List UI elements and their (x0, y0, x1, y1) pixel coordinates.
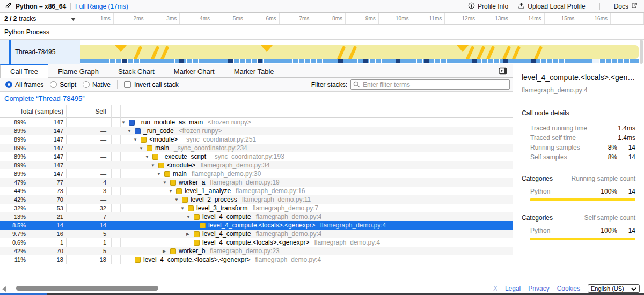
call-tree-row[interactable]: 89%147—▼_execute_script_sync_coordinator… (0, 152, 513, 161)
docs-button[interactable]: Docs (614, 2, 638, 10)
cell-total-samples: 147 (26, 153, 63, 160)
call-tree-row[interactable]: 11%1818level_4_compute.<locals>.<genexpr… (0, 255, 513, 264)
radio-all-frames[interactable]: All frames (5, 81, 43, 88)
track-python-process[interactable]: Python Process (0, 25, 644, 40)
radio-script[interactable]: Script (50, 81, 76, 88)
call-tree-row[interactable]: 42%705▶worker_bflamegraph_demo.py:23 (0, 247, 513, 255)
scroll-left-arrow[interactable] (2, 286, 6, 292)
track-thread[interactable]: Thread-78495 (0, 40, 644, 64)
gc-minor-marker-icon[interactable] (502, 46, 511, 59)
tab-marker-chart[interactable]: Marker Chart (164, 64, 224, 77)
collapse-arrow-icon[interactable]: ▼ (127, 129, 135, 134)
full-range-button[interactable]: Full Range (17ms) (75, 3, 128, 10)
call-tree-rows: 89%147—▼_run_module_as_main<frozen runpy… (0, 118, 513, 264)
call-tree-row[interactable]: 89%147—▼_run_code<frozen runpy> (0, 127, 513, 135)
cell-self-samples: 5 (68, 231, 106, 237)
gc-minor-marker-icon[interactable] (348, 46, 357, 59)
call-tree-row[interactable]: 89%147—▼main_sync_coordinator.py:234 (0, 144, 513, 152)
detail-value: 14 (617, 144, 635, 151)
collapse-arrow-icon[interactable]: ▼ (145, 154, 152, 159)
call-tree-row[interactable]: 13%217▼level_4_computeflamegraph_demo.py… (0, 212, 513, 221)
collapse-arrow-icon[interactable]: ▼ (139, 146, 147, 151)
gc-minor-marker-icon[interactable] (134, 46, 143, 59)
cell-total-samples: 147 (26, 136, 63, 143)
horizontal-scrollbar-thumb[interactable] (16, 286, 158, 291)
gc-minor-marker-icon[interactable] (477, 46, 486, 59)
detail-label: Running samples (522, 144, 599, 151)
call-tree-row[interactable]: 32%5332▼level_3_transformflamegraph_demo… (0, 204, 513, 212)
call-tree-row[interactable]: 89%147—▼mainflamegraph_demo.py:30 (0, 169, 513, 178)
call-tree-row[interactable]: 89%147—▼_run_module_as_main<frozen runpy… (0, 118, 513, 127)
gc-minor-marker-icon[interactable] (151, 46, 160, 59)
thread-sample-strip[interactable] (80, 59, 639, 63)
footer-x-link[interactable]: X (493, 285, 497, 292)
tab-call-tree[interactable]: Call Tree (0, 64, 48, 78)
collapse-arrow-icon[interactable]: ▼ (157, 172, 164, 176)
categories-heading: Categories (522, 175, 553, 182)
collapse-arrow-icon[interactable]: ▼ (133, 137, 141, 142)
sample-dark-segment (531, 59, 536, 63)
gc-minor-marker-icon[interactable] (160, 46, 170, 59)
tracks-dropdown-button[interactable]: 2 / 2 tracks (0, 13, 80, 24)
gc-minor-marker-icon[interactable] (337, 46, 346, 59)
track-vertical-scrollbar[interactable] (640, 40, 643, 64)
collapse-arrow-icon[interactable]: ▼ (180, 206, 188, 211)
call-tree-row[interactable]: 44%733▼level_1_analyzeflamegraph_demo.py… (0, 187, 513, 195)
upload-profile-button[interactable]: Upload Local Profile (518, 2, 585, 11)
footer-link-cookies[interactable]: Cookies (557, 285, 580, 292)
footer-link-privacy[interactable]: Privacy (528, 285, 549, 292)
collapse-arrow-icon[interactable]: ▼ (121, 120, 129, 125)
radio-native[interactable]: Native (83, 81, 111, 88)
detail-percent: 8% (599, 144, 617, 151)
gc-major-marker-icon[interactable] (457, 45, 469, 52)
tab-flame-graph[interactable]: Flame Graph (48, 64, 108, 77)
invert-call-stack-checkbox[interactable]: Invert call stack (124, 81, 179, 88)
edit-profile-name-icon[interactable] (5, 2, 12, 10)
collapse-arrow-icon[interactable]: ▼ (163, 180, 170, 185)
tab-stack-chart[interactable]: Stack Chart (108, 64, 164, 77)
call-tree-row[interactable]: 9.7%165▶level_4_computeflamegraph_demo.p… (0, 230, 513, 238)
cell-function: ▼level_1_analyzeflamegraph_demo.py:16 (121, 187, 305, 195)
call-tree-row[interactable]: 89%147—▼<module>_sync_coordinator.py:251 (0, 135, 513, 144)
expand-arrow-icon[interactable]: ▶ (163, 249, 170, 254)
call-tree-row[interactable]: 47%774▼worker_aflamegraph_demo.py:19 (0, 178, 513, 187)
filter-stacks-input[interactable] (350, 79, 510, 90)
collapse-arrow-icon[interactable]: ▼ (169, 189, 176, 194)
function-name: <module> (149, 136, 178, 143)
cell-function: ▶level_4_computeflamegraph_demo.py:4 (121, 230, 321, 238)
sidebar-toggle-button[interactable] (499, 64, 513, 77)
call-tree-row[interactable]: 89%147—▼<module>flamegraph_demo.py:34 (0, 161, 513, 169)
cell-total-percent: 9.7% (0, 231, 26, 237)
gc-major-marker-icon[interactable] (115, 45, 127, 52)
thread-activity-graph[interactable] (80, 45, 639, 59)
collapse-arrow-icon[interactable]: ▼ (151, 163, 158, 168)
profile-info-button[interactable]: Profile Info (468, 2, 508, 11)
function-file: flamegraph_demo.py:4 (320, 222, 386, 229)
collapse-arrow-icon[interactable]: ▼ (186, 215, 194, 219)
gc-minor-marker-icon[interactable] (512, 46, 521, 59)
tab-marker-table[interactable]: Marker Table (224, 64, 284, 77)
ruler-tick: 16ms (577, 13, 611, 24)
breadcrumb-complete-thread[interactable]: Complete “Thread-78495” (4, 94, 85, 102)
checkbox-box (124, 81, 131, 88)
function-file: <frozen runpy> (179, 127, 222, 135)
chevron-down-icon (631, 285, 636, 292)
ruler-tick: 1ms (80, 13, 114, 24)
cell-self-samples: 5 (68, 248, 106, 254)
language-select[interactable]: English (US) (588, 284, 640, 293)
footer-link-legal[interactable]: Legal (505, 285, 521, 292)
gc-minor-marker-icon[interactable] (486, 46, 495, 59)
detail-percent: 8% (599, 153, 617, 161)
call-tree-row[interactable]: 42%70—▼level_2_processflamegraph_demo.py… (0, 195, 513, 204)
function-file: flamegraph_demo.py:11 (242, 196, 311, 203)
collapse-arrow-icon[interactable]: ▼ (174, 197, 182, 202)
radio-label: Script (60, 81, 76, 88)
call-tree-row[interactable]: 8.5%1414level_4_compute.<locals>.<genexp… (0, 221, 513, 230)
cell-total-samples: 14 (26, 222, 63, 228)
expand-arrow-icon[interactable]: ▶ (186, 232, 194, 237)
call-tree-row[interactable]: 0.6%11level_4_compute.<locals>.<genexpr>… (0, 238, 513, 247)
gc-minor-marker-icon[interactable] (534, 46, 543, 59)
gc-major-marker-icon[interactable] (261, 45, 273, 52)
function-file: flamegraph_demo.py:7 (252, 204, 318, 212)
ruler-tick: 2ms (114, 13, 147, 24)
